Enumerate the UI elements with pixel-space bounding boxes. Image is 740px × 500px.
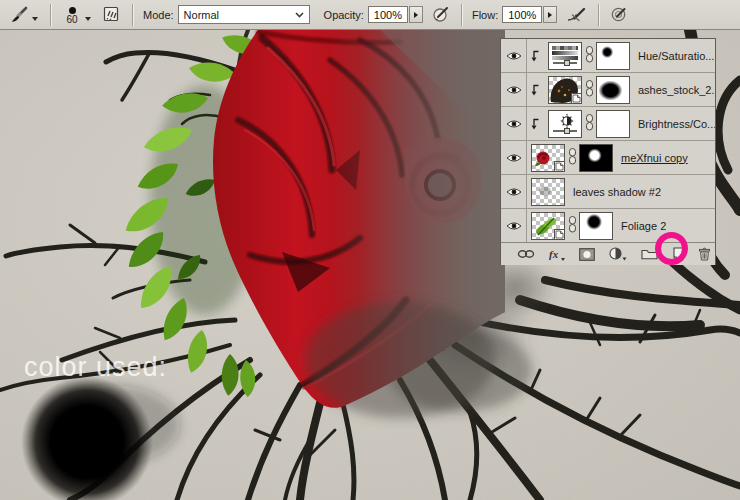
visibility-toggle[interactable] — [501, 209, 527, 242]
layer-mask-thumbnail[interactable] — [579, 212, 613, 240]
blend-mode-select[interactable]: Normal — [178, 5, 310, 24]
layer-name[interactable]: leaves shadow #2 — [573, 186, 661, 198]
layer-mask-thumbnail[interactable] — [579, 144, 613, 172]
flow-input[interactable] — [502, 6, 542, 23]
new-layer-button[interactable] — [671, 247, 684, 261]
layer-thumbnail-rose[interactable] — [531, 144, 565, 172]
eye-icon — [506, 187, 522, 197]
opacity-label: Opacity: — [324, 9, 364, 21]
brightness-icon — [552, 114, 582, 128]
flow-pressure-icon[interactable] — [607, 5, 631, 24]
layers-panel: Hue/Saturatio... ashes_stock_2... — [500, 38, 716, 265]
new-adjustment-layer-icon — [609, 247, 627, 261]
layer-row-mexfnui-copy[interactable]: meXfnui copy — [501, 141, 715, 175]
svg-text:fx: fx — [549, 248, 559, 260]
blend-mode-value: Normal — [184, 9, 295, 21]
link-layers-button[interactable] — [517, 249, 535, 259]
clipping-mask-icon — [527, 118, 542, 130]
layer-styles-fx-icon: fx — [549, 248, 566, 261]
trash-icon — [698, 247, 711, 261]
layer-row-brightness-contrast[interactable]: Brightness/Co... — [501, 107, 715, 141]
layer-mask-thumbnail[interactable] — [596, 42, 630, 70]
layer-row-leaves-shadow[interactable]: leaves shadow #2 — [501, 175, 715, 209]
add-layer-mask-button[interactable] — [579, 248, 595, 261]
brush-tip-preview — [69, 7, 76, 14]
visibility-toggle[interactable] — [501, 73, 527, 106]
visibility-toggle[interactable] — [501, 107, 527, 140]
layer-row-hue-saturation[interactable]: Hue/Saturatio... — [501, 39, 715, 73]
mask-link-icon[interactable] — [585, 114, 594, 133]
toolbar-separator — [598, 4, 599, 26]
add-layer-mask-icon — [579, 248, 595, 261]
visibility-toggle[interactable] — [501, 141, 527, 174]
airbrush-toggle-icon[interactable] — [563, 6, 590, 24]
smart-object-badge-icon — [554, 229, 565, 240]
eye-icon — [506, 85, 522, 95]
layer-name-active[interactable]: meXfnui copy — [621, 152, 688, 164]
toolbar-separator — [50, 4, 51, 26]
layer-styles-button[interactable]: fx — [549, 248, 566, 261]
brush-panel-icon — [102, 6, 121, 23]
layer-mask-thumbnail[interactable] — [596, 110, 630, 138]
layer-thumbnail-ashes[interactable] — [548, 76, 582, 104]
layer-name[interactable]: Foliage 2 — [621, 220, 666, 232]
flow-slider-button[interactable] — [543, 6, 557, 23]
smart-object-badge-icon — [571, 93, 582, 104]
eye-icon — [506, 51, 522, 61]
eye-icon — [506, 221, 522, 231]
adjustment-thumbnail-hue-saturation[interactable] — [548, 42, 582, 70]
smart-object-badge-icon — [554, 161, 565, 172]
layer-name[interactable]: Hue/Saturatio... — [638, 50, 714, 62]
layer-name[interactable]: Brightness/Co... — [638, 118, 715, 130]
color-used-annotation: color used: — [24, 352, 167, 383]
adjustment-thumbnail-brightness-contrast[interactable] — [548, 110, 582, 138]
new-group-folder-icon — [641, 248, 658, 260]
clipping-mask-icon — [527, 50, 542, 62]
eye-icon — [506, 119, 522, 129]
visibility-toggle[interactable] — [501, 39, 527, 72]
brush-preset-dropdown-arrow[interactable] — [85, 17, 91, 21]
layer-thumbnail-foliage[interactable] — [531, 212, 565, 240]
layer-row-ashes-stock[interactable]: ashes_stock_2... — [501, 73, 715, 107]
clipping-mask-icon — [527, 84, 542, 96]
layer-mask-thumbnail[interactable] — [596, 76, 630, 104]
brush-preset-picker[interactable]: 60 — [59, 5, 85, 25]
layers-panel-footer: fx — [501, 243, 715, 265]
brush-tool-dropdown-arrow[interactable] — [32, 17, 38, 21]
layer-thumbnail-leaves-shadow[interactable] — [531, 178, 565, 206]
opacity-input[interactable] — [368, 6, 408, 23]
mask-link-icon[interactable] — [585, 46, 594, 65]
mode-label: Mode: — [143, 9, 174, 21]
toolbar-separator — [132, 4, 133, 26]
link-layers-icon — [517, 249, 535, 259]
flow-label: Flow: — [472, 9, 498, 21]
mask-link-icon[interactable] — [585, 80, 594, 99]
new-group-button[interactable] — [641, 248, 658, 260]
delete-layer-button[interactable] — [698, 247, 711, 261]
brush-tool-icon — [10, 5, 29, 25]
photoshop-window: 60 Mode: Normal Opacity: — [0, 0, 740, 500]
brush-tool-button[interactable] — [6, 3, 42, 27]
options-bar: 60 Mode: Normal Opacity: — [0, 0, 740, 30]
visibility-toggle[interactable] — [501, 175, 527, 208]
new-layer-icon — [671, 247, 684, 261]
chevron-down-icon — [295, 12, 304, 18]
layer-row-foliage-2[interactable]: Foliage 2 — [501, 209, 715, 243]
eye-icon — [506, 153, 522, 163]
opacity-slider-button[interactable] — [409, 6, 423, 23]
brush-size-value: 60 — [66, 15, 77, 25]
mask-link-icon[interactable] — [568, 148, 577, 167]
layer-name[interactable]: ashes_stock_2... — [638, 84, 715, 96]
mask-link-icon[interactable] — [568, 216, 577, 235]
opacity-pressure-icon[interactable] — [429, 5, 453, 24]
toolbar-separator — [461, 4, 462, 26]
toggle-brush-panel-button[interactable] — [99, 5, 124, 24]
new-adjustment-layer-button[interactable] — [609, 247, 627, 261]
